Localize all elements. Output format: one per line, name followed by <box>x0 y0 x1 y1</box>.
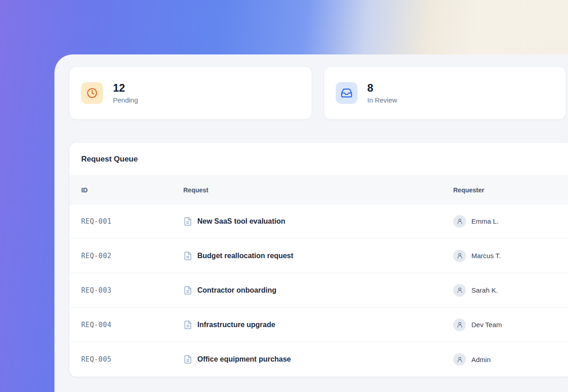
file-text-icon <box>183 355 192 364</box>
table-body: REQ-001 New SaaS tool evaluation <box>69 204 568 377</box>
request-id: REQ-004 <box>81 321 183 329</box>
request-title: Budget reallocation request <box>197 252 294 260</box>
stat-card-pending: 12 Pending <box>69 66 312 120</box>
table-row[interactable]: REQ-001 New SaaS tool evaluation <box>69 204 568 239</box>
requester-name: Admin <box>471 356 491 363</box>
request-id: REQ-003 <box>81 286 183 294</box>
table-header-row: ID Request Requester <box>69 176 568 204</box>
user-avatar-icon <box>453 353 466 366</box>
request-queue-card: Request Queue ID Request Requester REQ-0… <box>69 142 568 377</box>
user-avatar-icon <box>453 250 466 262</box>
requester-name: Marcus T. <box>471 252 501 260</box>
request-title: New SaaS tool evaluation <box>197 217 285 225</box>
request-id: REQ-002 <box>81 252 183 260</box>
requester-name: Dev Team <box>471 321 502 328</box>
column-header-id: ID <box>81 186 183 194</box>
pending-label: Pending <box>113 96 138 104</box>
user-avatar-icon <box>453 318 466 331</box>
requester-name: Sarah K. <box>471 286 498 294</box>
request-title: Office equipment purchase <box>197 355 291 363</box>
request-id: REQ-001 <box>81 217 183 225</box>
request-id: REQ-005 <box>81 355 183 363</box>
inbox-icon <box>336 82 357 104</box>
file-text-icon <box>183 217 192 226</box>
table-row[interactable]: REQ-004 Infrastructure upgrade <box>69 308 568 342</box>
requester-name: Emma L. <box>471 217 499 225</box>
user-avatar-icon <box>453 215 466 228</box>
file-text-icon <box>183 251 192 260</box>
pending-count: 12 <box>113 82 138 94</box>
file-text-icon <box>183 286 192 295</box>
in-review-label: In Review <box>367 96 397 104</box>
user-avatar-icon <box>453 284 466 297</box>
table-row[interactable]: REQ-002 Budget reallocation request <box>69 239 568 273</box>
clock-icon <box>81 82 103 104</box>
in-review-count: 8 <box>367 82 397 94</box>
page-title: Request Queue <box>81 155 138 164</box>
stat-card-in-review: 8 In Review <box>323 66 567 120</box>
table-row[interactable]: REQ-003 Contractor onboarding <box>69 273 568 308</box>
file-text-icon <box>183 320 192 329</box>
table-row[interactable]: REQ-005 Office equipment purchase <box>69 342 568 377</box>
stats-grid: 12 Pending 8 In Review <box>69 66 566 120</box>
card-title-bar: Request Queue <box>69 142 568 176</box>
main-panel: 12 Pending 8 In Review Request Queue ID <box>54 54 568 392</box>
request-title: Contractor onboarding <box>197 286 276 294</box>
column-header-request: Request <box>183 186 453 194</box>
column-header-requester: Requester <box>453 186 568 194</box>
request-title: Infrastructure upgrade <box>197 321 275 329</box>
